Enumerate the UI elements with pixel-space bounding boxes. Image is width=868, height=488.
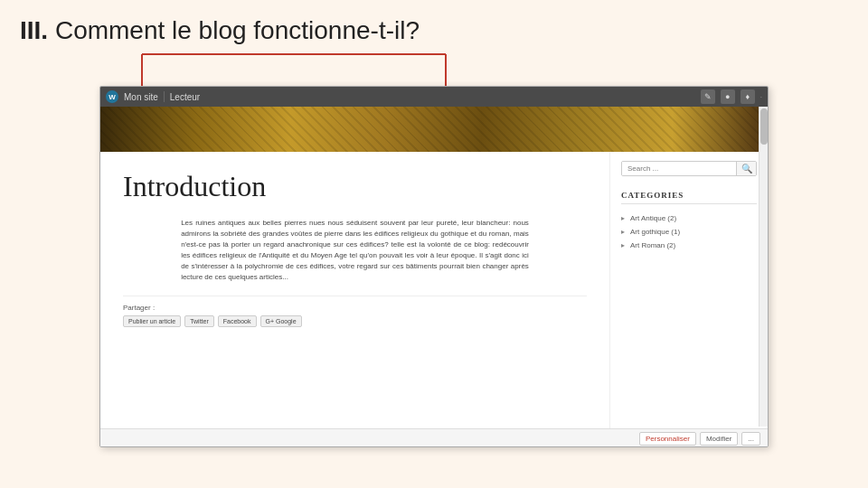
category-item[interactable]: Art gothique (1) xyxy=(621,225,757,239)
scrollbar[interactable] xyxy=(759,107,768,427)
categories-list: Art Antique (2)Art gothique (1)Art Roman… xyxy=(621,211,757,252)
browser-toolbar: W Mon site Lecteur ✎ ● ♦ · xyxy=(100,87,768,107)
share-buttons: Publier un articleTwitterFacebookG+ Goog… xyxy=(123,315,587,327)
section-number: III. xyxy=(20,16,48,44)
customize-button[interactable]: Personnaliser xyxy=(639,432,696,446)
bracket-arrow xyxy=(140,52,448,90)
share-button[interactable]: Publier un article xyxy=(123,315,181,327)
page-heading: III. Comment le blog fonctionne-t-il? xyxy=(20,16,420,45)
more-button[interactable]: ... xyxy=(741,432,760,446)
edit-icon[interactable]: ✎ xyxy=(701,89,715,104)
section-title: Comment le blog fonctionne-t-il? xyxy=(55,16,420,44)
post-title: Introduction xyxy=(123,170,587,203)
categories-title: CATEGORIES xyxy=(621,191,757,204)
post-footer: Partager : Publier un articleTwitterFace… xyxy=(123,296,587,327)
reader-label: Lecteur xyxy=(170,92,200,102)
share-label: Partager : xyxy=(123,304,587,312)
toolbar-right-actions: ✎ ● ♦ · xyxy=(701,89,762,104)
sidebar: 🔍 CATEGORIES Art Antique (2)Art gothique… xyxy=(609,152,768,428)
site-label: Mon site xyxy=(124,92,158,102)
edit-button[interactable]: Modifier xyxy=(700,432,738,446)
category-item[interactable]: Art Antique (2) xyxy=(621,211,757,225)
scrollbar-thumb[interactable] xyxy=(760,108,768,145)
user-icon[interactable]: ● xyxy=(721,89,735,104)
blog-header-image xyxy=(100,107,768,152)
share-button[interactable]: Twitter xyxy=(184,315,214,327)
post-body: Les ruines antiques aux belles pierres n… xyxy=(181,218,529,283)
search-box[interactable]: 🔍 xyxy=(621,161,757,176)
share-button[interactable]: G+ Google xyxy=(260,315,302,327)
toolbar-divider xyxy=(164,91,165,102)
wp-logo: W xyxy=(106,90,118,103)
bottom-bar: Personnaliser Modifier ... xyxy=(100,428,768,447)
content-area: Introduction Les ruines antiques aux bel… xyxy=(100,152,768,428)
search-input[interactable] xyxy=(622,162,736,175)
category-item[interactable]: Art Roman (2) xyxy=(621,239,757,252)
share-button[interactable]: Facebook xyxy=(218,315,257,327)
browser-window: W Mon site Lecteur ✎ ● ♦ · Introduction … xyxy=(99,86,769,447)
ellipsis: · xyxy=(760,92,762,101)
search-button[interactable]: 🔍 xyxy=(736,162,756,175)
main-content: Introduction Les ruines antiques aux bel… xyxy=(100,152,609,428)
bell-icon[interactable]: ♦ xyxy=(741,89,755,104)
